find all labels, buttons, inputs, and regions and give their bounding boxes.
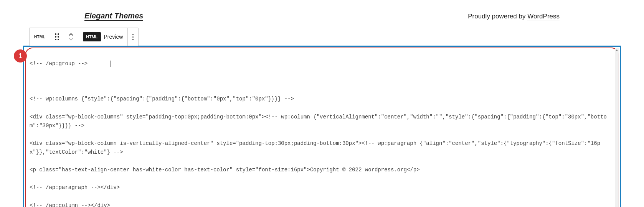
block-type-indicator[interactable]: HTML (30, 28, 50, 46)
scrollbar-track[interactable] (615, 48, 619, 207)
triangle-up-icon (615, 49, 618, 52)
chevron-up-icon[interactable] (69, 33, 73, 36)
powered-by-text: Proudly powered by WordPress (468, 13, 560, 20)
editor-wrapper: 1 <!-- /wp:group --> <!-- wp:columns {"s… (23, 46, 621, 207)
code-line: <!-- /wp:column --></div> (30, 201, 614, 207)
html-code-editor[interactable]: <!-- /wp:group --> <!-- wp:columns {"sty… (25, 48, 619, 207)
annotation-marker-1: 1 (14, 49, 27, 62)
code-line: <!-- /wp:group --> (30, 59, 614, 68)
drag-handle[interactable] (50, 28, 64, 46)
block-toolbar: HTML HTML Preview (29, 28, 139, 46)
more-options-button[interactable] (128, 28, 138, 46)
code-line: <div class="wp-block-columns" style="pad… (30, 113, 614, 130)
view-tabs: HTML Preview (78, 28, 128, 46)
wordpress-link[interactable]: WordPress (527, 13, 560, 20)
chevron-down-icon[interactable] (69, 37, 73, 41)
code-line: <p class="has-text-align-center has-whit… (30, 166, 614, 174)
html-block-selected[interactable]: <!-- /wp:group --> <!-- wp:columns {"sty… (23, 46, 621, 207)
drag-handle-icon (55, 33, 59, 40)
more-options-icon (132, 34, 134, 40)
code-line: <!-- wp:columns {"style":{"spacing":{"pa… (30, 95, 614, 104)
code-line: <!-- /wp:paragraph --></div> (30, 183, 614, 192)
move-controls (64, 28, 78, 46)
code-line: <div class="wp-block-column is-verticall… (30, 139, 614, 157)
text-cursor-icon (111, 61, 111, 67)
header-row: Elegant Themes Proudly powered by WordPr… (23, 8, 621, 25)
block-type-label: HTML (34, 35, 45, 39)
code-blank-line (30, 77, 614, 86)
site-link-elegant-themes[interactable]: Elegant Themes (84, 12, 143, 21)
tab-preview[interactable]: Preview (104, 34, 123, 40)
scroll-up-button[interactable] (615, 48, 619, 52)
powered-by-prefix: Proudly powered by (468, 13, 527, 20)
tab-html[interactable]: HTML (83, 32, 101, 41)
